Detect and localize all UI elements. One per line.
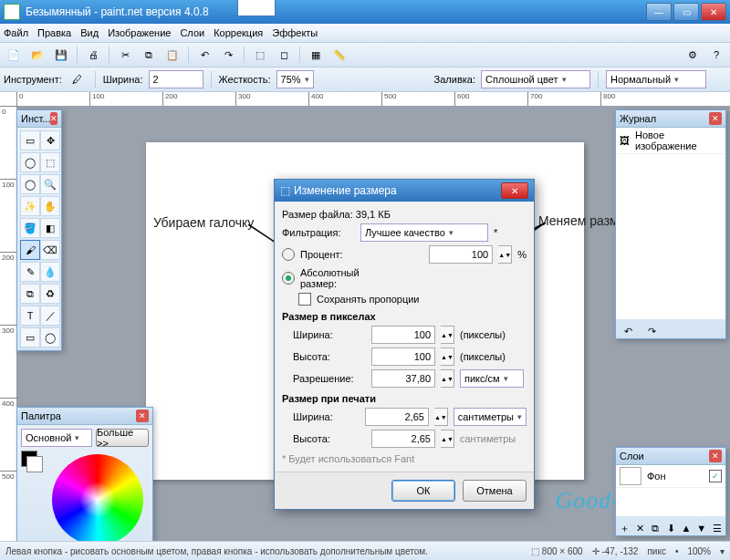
layer-up-icon[interactable]: ▲ bbox=[679, 518, 693, 538]
history-redo-icon[interactable]: ↷ bbox=[641, 321, 662, 341]
layer-props-icon[interactable]: ☰ bbox=[710, 518, 724, 538]
close-icon[interactable]: ✕ bbox=[709, 112, 722, 125]
picker-tool[interactable]: 💧 bbox=[40, 262, 60, 282]
close-icon[interactable]: ✕ bbox=[50, 112, 57, 125]
keep-aspect-checkbox[interactable] bbox=[298, 293, 311, 306]
rect-tool[interactable]: ▭ bbox=[20, 327, 40, 347]
window-close-button[interactable]: ✕ bbox=[701, 3, 726, 21]
blendmode-combo[interactable]: Нормальный bbox=[606, 70, 706, 88]
px-width-input[interactable] bbox=[371, 326, 435, 344]
primary-combo[interactable]: Основной bbox=[21, 429, 92, 447]
history-panel[interactable]: Журнал✕ 🖼 Новое изображение ↶ ↷ bbox=[615, 109, 726, 339]
pencil-tool[interactable]: ✎ bbox=[20, 262, 40, 282]
rect-select-tool[interactable]: ▭ bbox=[20, 130, 40, 150]
status-zoom[interactable]: 100% bbox=[687, 546, 711, 556]
delete-layer-icon[interactable]: ✕ bbox=[633, 518, 647, 538]
secondary-color[interactable] bbox=[26, 456, 43, 472]
open-icon[interactable]: 📂 bbox=[27, 45, 47, 65]
spinner-icon[interactable]: ▲▼ bbox=[441, 369, 454, 388]
ruler-icon[interactable]: 📏 bbox=[329, 45, 349, 65]
grid-icon[interactable]: ▦ bbox=[306, 45, 326, 65]
gradient-tool[interactable]: ◧ bbox=[40, 218, 60, 238]
spinner-icon[interactable]: ▲▼ bbox=[498, 245, 512, 264]
dialog-close-button[interactable]: ✕ bbox=[501, 182, 528, 199]
pan-tool[interactable]: ✋ bbox=[40, 196, 60, 216]
menu-adjust[interactable]: Коррекция bbox=[214, 27, 263, 38]
text-tool[interactable]: T bbox=[20, 306, 40, 326]
history-undo-icon[interactable]: ↶ bbox=[618, 321, 638, 341]
lasso-tool[interactable]: ◯ bbox=[20, 152, 40, 172]
minimize-button[interactable]: — bbox=[646, 3, 672, 21]
clone-tool[interactable]: ⧉ bbox=[20, 284, 40, 304]
layers-panel[interactable]: Слои✕ Фон ✓ ＋ ✕ ⧉ ⬇ ▲ ▼ ☰ bbox=[615, 447, 726, 536]
absolute-radio[interactable] bbox=[282, 272, 295, 285]
filter-combo[interactable]: Лучшее качество bbox=[360, 223, 488, 242]
copy-icon[interactable]: ⧉ bbox=[139, 45, 159, 65]
close-icon[interactable]: ✕ bbox=[136, 410, 149, 422]
print-icon[interactable]: 🖨 bbox=[83, 45, 103, 65]
cut-icon[interactable]: ✂ bbox=[115, 45, 135, 65]
status-unit[interactable]: пикс bbox=[647, 546, 666, 556]
deselect-icon[interactable]: ◻ bbox=[274, 45, 294, 65]
px-height-input[interactable] bbox=[371, 347, 435, 366]
bucket-tool[interactable]: 🪣 bbox=[20, 218, 40, 238]
undo-icon[interactable]: ↶ bbox=[194, 45, 214, 65]
percent-radio[interactable] bbox=[282, 248, 295, 261]
spinner-icon[interactable]: ▲▼ bbox=[441, 347, 454, 366]
crop-icon[interactable]: ⬚ bbox=[250, 45, 270, 65]
menu-image[interactable]: Изображение bbox=[108, 27, 171, 38]
brush-tool[interactable]: 🖌 bbox=[20, 240, 40, 260]
ok-button[interactable]: ОК bbox=[391, 480, 455, 502]
line-tool[interactable]: ／ bbox=[40, 306, 60, 326]
more-button[interactable]: Больше >> bbox=[96, 429, 149, 447]
menu-effects[interactable]: Эффекты bbox=[272, 27, 318, 38]
spinner-icon[interactable]: ▲▼ bbox=[434, 408, 448, 426]
help-icon[interactable]: ? bbox=[706, 45, 726, 65]
color-wheel[interactable] bbox=[52, 454, 143, 545]
resolution-unit-combo[interactable]: пикс/см bbox=[460, 369, 524, 388]
move-tool[interactable]: ✥ bbox=[40, 130, 60, 150]
maximize-button[interactable]: ▭ bbox=[673, 3, 699, 21]
menu-file[interactable]: Файл bbox=[4, 27, 28, 38]
recolor-tool[interactable]: ♻ bbox=[40, 284, 60, 304]
brush-width-input[interactable] bbox=[149, 70, 203, 88]
palette-panel[interactable]: Палитра✕ Основной Больше >> bbox=[16, 407, 153, 560]
menu-view[interactable]: Вид bbox=[80, 27, 99, 38]
percent-input[interactable] bbox=[429, 245, 493, 264]
eraser-tool[interactable]: ⌫ bbox=[40, 240, 60, 260]
spinner-icon[interactable]: ▲▼ bbox=[441, 430, 454, 448]
hardness-combo[interactable]: 75% bbox=[276, 70, 314, 88]
print-width-unit-combo[interactable]: сантиметры bbox=[454, 408, 527, 426]
zoom-dropdown-icon[interactable]: ▾ bbox=[720, 546, 725, 556]
wand-tool[interactable]: ✨ bbox=[20, 196, 40, 216]
merge-layer-icon[interactable]: ⬇ bbox=[664, 518, 678, 538]
ellipse-select-tool[interactable]: ◯ bbox=[20, 174, 40, 194]
paste-icon[interactable]: 📋 bbox=[162, 45, 182, 65]
add-layer-icon[interactable]: ＋ bbox=[618, 518, 631, 538]
active-tool-icon[interactable]: 🖊 bbox=[68, 69, 88, 89]
history-item[interactable]: 🖼 Новое изображение bbox=[616, 128, 725, 154]
dialog-titlebar[interactable]: ⬚ Изменение размера ✕ bbox=[275, 180, 534, 202]
print-height-input[interactable] bbox=[371, 430, 435, 448]
cancel-button[interactable]: Отмена bbox=[463, 480, 527, 502]
layer-down-icon[interactable]: ▼ bbox=[694, 518, 708, 538]
menu-layers[interactable]: Слои bbox=[180, 27, 204, 38]
move-sel-tool[interactable]: ⬚ bbox=[40, 152, 60, 172]
settings-icon[interactable]: ⚙ bbox=[683, 45, 703, 65]
print-width-input[interactable] bbox=[365, 408, 429, 426]
duplicate-layer-icon[interactable]: ⧉ bbox=[649, 518, 662, 538]
close-icon[interactable]: ✕ bbox=[709, 450, 722, 462]
layer-visible-checkbox[interactable]: ✓ bbox=[709, 470, 722, 482]
zoom-tool[interactable]: 🔍 bbox=[40, 174, 60, 194]
fill-combo[interactable]: Сплошной цвет bbox=[481, 70, 590, 88]
layer-item[interactable]: Фон ✓ bbox=[616, 465, 725, 488]
resolution-input[interactable] bbox=[371, 369, 435, 388]
save-icon[interactable]: 💾 bbox=[51, 45, 71, 65]
document-thumbnail[interactable] bbox=[237, 0, 276, 16]
tools-panel[interactable]: Инст...✕ ▭ ✥ ◯ ⬚ ◯ 🔍 ✨ ✋ 🪣 ◧ 🖌 ⌫ ✎ 💧 ⧉ ♻… bbox=[16, 109, 62, 351]
redo-icon[interactable]: ↷ bbox=[218, 45, 238, 65]
spinner-icon[interactable]: ▲▼ bbox=[441, 326, 454, 344]
shape-tool[interactable]: ◯ bbox=[40, 327, 60, 347]
menu-edit[interactable]: Правка bbox=[37, 27, 71, 38]
new-icon[interactable]: 📄 bbox=[4, 45, 24, 65]
